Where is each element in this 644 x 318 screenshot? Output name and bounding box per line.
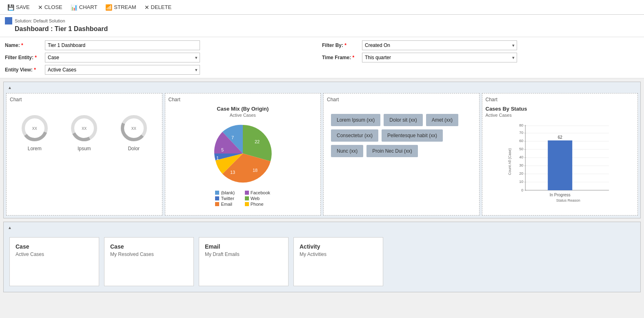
legend-dot-email bbox=[215, 202, 219, 206]
chart-box-3: Chart Lorem Ipsum (xx) Dolor sit (xx) Am… bbox=[323, 93, 480, 216]
filter-entity-wrapper[interactable]: Case bbox=[45, 53, 200, 62]
chart4-content: Cases By Status Active Cases 0 10 20 bbox=[486, 106, 635, 202]
svg-text:10: 10 bbox=[519, 180, 523, 184]
entity-view-select[interactable]: Active Cases bbox=[45, 65, 200, 75]
legend-dot-web bbox=[245, 196, 249, 200]
filter-by-row: Filter By: * Created On bbox=[322, 40, 639, 50]
chart2-chart-title: Case Mix (By Origin) bbox=[217, 106, 269, 112]
chart3-btn-6[interactable]: Proin Nec Dui (xx) bbox=[366, 145, 417, 157]
legend-twitter: Twitter bbox=[215, 196, 240, 201]
filter-entity-row: Filter Entity: * Case bbox=[5, 53, 322, 62]
solution-icon bbox=[5, 17, 12, 24]
time-frame-wrapper[interactable]: This quarter bbox=[362, 53, 517, 62]
donut-item-dolor: xx Dolor bbox=[120, 114, 148, 151]
svg-text:Count All (Case): Count All (Case) bbox=[508, 148, 512, 175]
stream-button[interactable]: 📶 STREAM bbox=[101, 2, 140, 12]
chart-icon: 📊 bbox=[71, 4, 78, 11]
svg-text:In Progress: In Progress bbox=[549, 193, 570, 197]
list-card-1[interactable]: Case My Resolved Cases bbox=[104, 237, 194, 286]
entity-view-wrapper[interactable]: Active Cases bbox=[45, 65, 200, 75]
stream-icon: 📶 bbox=[105, 4, 112, 11]
save-button[interactable]: 💾 SAVE bbox=[3, 2, 34, 12]
chart-box-1: Chart xx Lorem bbox=[6, 93, 162, 216]
list-card-3-sub: My Activities bbox=[300, 251, 377, 257]
chart3-btn-3[interactable]: Consectetur (xx) bbox=[331, 129, 378, 142]
chart-section: ▲ Chart xx Lorem bbox=[3, 82, 641, 218]
close-icon: ✕ bbox=[38, 4, 43, 11]
svg-text:62: 62 bbox=[557, 135, 562, 140]
chart-box-2: Chart Case Mix (By Origin) Active Cases bbox=[165, 93, 321, 216]
list-card-2-title: Email bbox=[205, 243, 282, 250]
chart3-buttons: Lorem Ipsum (xx) Dolor sit (xx) Amet (xx… bbox=[327, 106, 476, 165]
svg-text:1: 1 bbox=[216, 156, 219, 160]
form-fields: Name: * Filter Entity: * Case Entity Vie… bbox=[0, 37, 644, 78]
list-section-header: ▲ bbox=[6, 225, 638, 231]
donut-value-lorem: xx bbox=[32, 125, 37, 131]
svg-rect-40 bbox=[548, 140, 572, 190]
bar-chart: 0 10 20 30 40 50 60 70 bbox=[486, 121, 635, 202]
legend-dot-phone bbox=[245, 202, 249, 206]
donut-item-lorem: xx Lorem bbox=[20, 114, 49, 151]
donut-value-dolor: xx bbox=[131, 125, 136, 131]
chart2-subtitle: Active Cases bbox=[230, 113, 256, 118]
save-icon: 💾 bbox=[7, 4, 14, 11]
list-items-row: Case Active Cases Case My Resolved Cases… bbox=[6, 234, 638, 289]
filter-by-label: Filter By: * bbox=[322, 42, 359, 48]
list-card-0[interactable]: Case Active Cases bbox=[9, 237, 99, 286]
svg-text:Status Reason: Status Reason bbox=[556, 198, 580, 202]
legend-email: Email bbox=[215, 202, 240, 207]
donut-ring-lorem: xx bbox=[20, 114, 49, 142]
main-content: ▲ Chart xx Lorem bbox=[0, 78, 644, 296]
list-section: ▲ Case Active Cases Case My Resolved Cas… bbox=[3, 222, 641, 292]
list-section-arrow[interactable]: ▲ bbox=[8, 225, 12, 230]
chart3-btn-0[interactable]: Lorem Ipsum (xx) bbox=[331, 114, 380, 126]
svg-text:50: 50 bbox=[519, 147, 523, 151]
svg-text:7: 7 bbox=[231, 135, 234, 140]
chart-section-arrow[interactable]: ▲ bbox=[8, 85, 12, 90]
list-card-3-title: Activity bbox=[300, 243, 377, 250]
pie-legend: (blank) Facebook Twitter Web bbox=[215, 190, 270, 207]
svg-text:60: 60 bbox=[519, 139, 523, 143]
svg-text:18: 18 bbox=[253, 168, 258, 173]
list-card-2[interactable]: Email My Draft Emails bbox=[199, 237, 289, 286]
svg-text:0: 0 bbox=[521, 188, 523, 192]
chart4-chart-title: Cases By Status bbox=[486, 106, 635, 112]
filter-by-wrapper[interactable]: Created On bbox=[362, 40, 517, 50]
donut-ring-ipsum: xx bbox=[70, 114, 98, 142]
chart3-title: Chart bbox=[327, 97, 476, 102]
filter-by-select[interactable]: Created On bbox=[362, 40, 517, 50]
legend-dot-facebook bbox=[245, 191, 249, 195]
chart3-btn-2[interactable]: Amet (xx) bbox=[426, 114, 458, 126]
delete-icon: ✕ bbox=[144, 4, 149, 11]
toolbar: 💾 SAVE ✕ CLOSE 📊 CHART 📶 STREAM ✕ DELETE bbox=[0, 0, 644, 15]
chart3-btn-5[interactable]: Nunc (xx) bbox=[331, 145, 363, 157]
close-button[interactable]: ✕ CLOSE bbox=[34, 2, 67, 12]
filter-entity-label: Filter Entity: * bbox=[5, 55, 42, 60]
chart3-btn-4[interactable]: Pellentesque habit (xx) bbox=[382, 129, 443, 142]
donut-label-lorem: Lorem bbox=[28, 146, 42, 151]
donut-container: xx Lorem xx Ipsum bbox=[10, 106, 159, 160]
name-label: Name: * bbox=[5, 42, 42, 48]
svg-text:70: 70 bbox=[519, 131, 523, 135]
donut-value-ipsum: xx bbox=[82, 125, 87, 131]
pie-chart: 22 7 5 1 18 13 bbox=[210, 121, 275, 186]
chart-section-header: ▲ bbox=[6, 85, 638, 91]
chart4-subtitle: Active Cases bbox=[486, 113, 635, 118]
list-card-1-title: Case bbox=[110, 243, 188, 250]
time-frame-row: Time Frame: * This quarter bbox=[322, 53, 639, 62]
chart2-title: Chart bbox=[169, 97, 318, 102]
list-card-3[interactable]: Activity My Activities bbox=[293, 237, 383, 286]
svg-text:30: 30 bbox=[519, 163, 523, 167]
filter-entity-select[interactable]: Case bbox=[45, 53, 200, 62]
svg-text:13: 13 bbox=[230, 170, 235, 175]
time-frame-select[interactable]: This quarter bbox=[362, 53, 517, 62]
legend-dot-blank bbox=[215, 191, 219, 195]
chart3-btn-1[interactable]: Dolor sit (xx) bbox=[384, 114, 422, 126]
list-card-0-sub: Active Cases bbox=[16, 251, 93, 257]
name-input[interactable] bbox=[45, 40, 200, 50]
entity-view-label: Entity View: * bbox=[5, 67, 42, 73]
delete-button[interactable]: ✕ DELETE bbox=[140, 2, 176, 12]
chart-button[interactable]: 📊 CHART bbox=[67, 2, 102, 12]
svg-text:40: 40 bbox=[519, 155, 523, 159]
donut-label-dolor: Dolor bbox=[128, 146, 140, 151]
